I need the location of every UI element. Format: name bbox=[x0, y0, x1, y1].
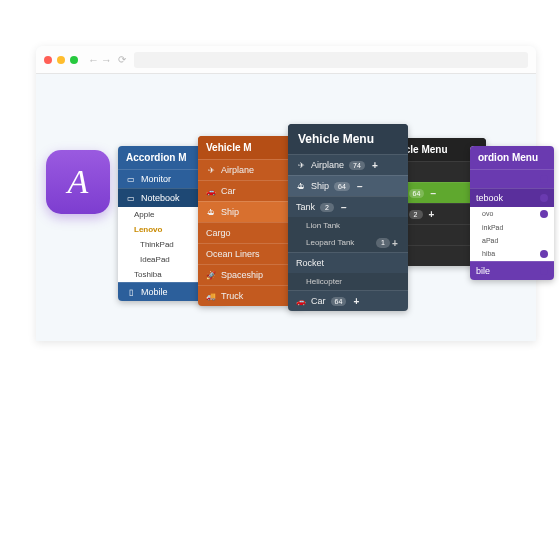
airplane-icon: ✈ bbox=[296, 160, 306, 170]
count-badge: 2 bbox=[409, 210, 423, 219]
app-icon: A bbox=[46, 150, 110, 214]
count-badge: 74 bbox=[349, 161, 365, 170]
sub-item[interactable]: Leopard Tank1+ bbox=[288, 234, 408, 252]
menu-item-airplane[interactable]: ✈Airplane74+ bbox=[288, 154, 408, 175]
sub-item[interactable]: ovo bbox=[470, 207, 554, 221]
count-badge: 64 bbox=[331, 297, 347, 306]
count-badge: 64 bbox=[409, 189, 425, 198]
plus-icon[interactable]: + bbox=[351, 296, 361, 306]
count-badge: 1 bbox=[376, 238, 390, 248]
expand-icon[interactable] bbox=[540, 210, 548, 218]
reload-icon[interactable]: ⟳ bbox=[118, 54, 126, 65]
plus-icon[interactable]: + bbox=[390, 238, 400, 248]
sub-item[interactable]: inkPad bbox=[470, 221, 554, 234]
panel-title: Vehicle Menu bbox=[288, 124, 408, 154]
expand-icon[interactable] bbox=[540, 267, 548, 275]
car-icon: 🚗 bbox=[206, 186, 216, 196]
sub-item[interactable]: aPad bbox=[470, 234, 554, 247]
accordion-panel-purple: ordion Menu tebook ovo inkPad aPad hiba … bbox=[470, 146, 554, 280]
expand-icon[interactable] bbox=[540, 194, 548, 202]
count-badge: 2 bbox=[320, 203, 334, 212]
mobile-icon: ▯ bbox=[126, 287, 136, 297]
expand-icon[interactable] bbox=[540, 250, 548, 258]
sub-item[interactable]: Lion Tank bbox=[288, 217, 408, 234]
minus-icon[interactable]: − bbox=[339, 202, 349, 212]
menu-item-car[interactable]: 🚗Car64+ bbox=[288, 290, 408, 311]
ship-icon: ⛴ bbox=[296, 181, 306, 191]
truck-icon: 🚚 bbox=[206, 291, 216, 301]
close-icon[interactable] bbox=[44, 56, 52, 64]
forward-icon[interactable]: → bbox=[101, 54, 112, 66]
plus-icon[interactable]: + bbox=[427, 209, 437, 219]
nav-arrows: ← → bbox=[88, 54, 112, 66]
back-icon[interactable]: ← bbox=[88, 54, 99, 66]
monitor-icon: ▭ bbox=[126, 174, 136, 184]
sub-item[interactable]: Helicopter bbox=[288, 273, 408, 290]
menu-item[interactable] bbox=[470, 169, 554, 188]
maximize-icon[interactable] bbox=[70, 56, 78, 64]
ship-icon: ⛴ bbox=[206, 207, 216, 217]
url-bar[interactable] bbox=[134, 52, 528, 68]
expand-icon[interactable] bbox=[540, 175, 548, 183]
sub-item[interactable]: hiba bbox=[470, 247, 554, 261]
rocket-icon: 🚀 bbox=[206, 270, 216, 280]
panel-stack: Accordion M ▭Monitor ▭Notebook Apple Len… bbox=[118, 124, 534, 364]
panel-title: ordion Menu bbox=[470, 146, 554, 169]
count-badge: 64 bbox=[334, 182, 350, 191]
vehicle-panel-dark: Vehicle Menu ✈Airplane74+ ⛴Ship64− Tank2… bbox=[288, 124, 408, 311]
app-icon-letter: A bbox=[68, 163, 89, 201]
minus-icon[interactable]: − bbox=[428, 188, 438, 198]
notebook-icon: ▭ bbox=[126, 193, 136, 203]
airplane-icon: ✈ bbox=[206, 165, 216, 175]
menu-item-mobile[interactable]: bile bbox=[470, 261, 554, 280]
menu-item-notebook[interactable]: tebook bbox=[470, 188, 554, 207]
menu-item-rocket[interactable]: Rocket bbox=[288, 252, 408, 273]
minimize-icon[interactable] bbox=[57, 56, 65, 64]
car-icon: 🚗 bbox=[296, 296, 306, 306]
browser-chrome: ← → ⟳ bbox=[36, 46, 536, 74]
window-controls bbox=[44, 56, 78, 64]
minus-icon[interactable]: − bbox=[355, 181, 365, 191]
menu-item-tank[interactable]: Tank2− bbox=[288, 196, 408, 217]
menu-item-ship[interactable]: ⛴Ship64− bbox=[288, 175, 408, 196]
plus-icon[interactable]: + bbox=[370, 160, 380, 170]
